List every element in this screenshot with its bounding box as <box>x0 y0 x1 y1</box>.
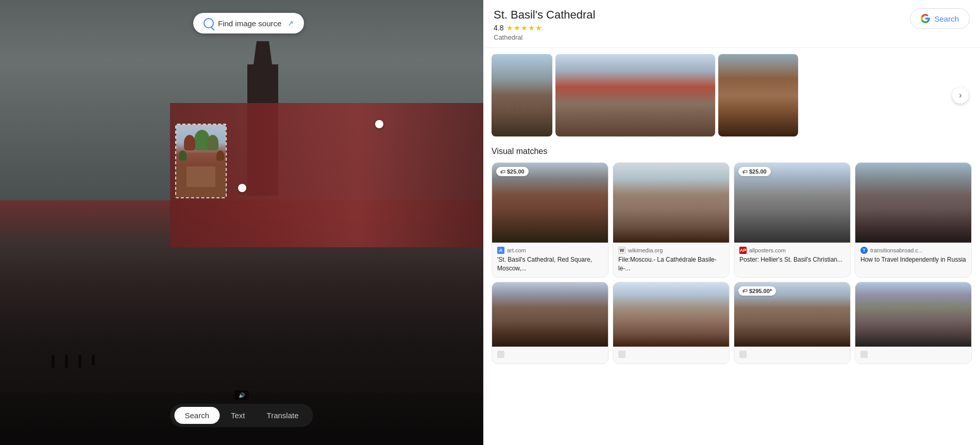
place-type: Cathedral <box>494 33 595 41</box>
street-view-image: Find image source ↗ 🔊 Search Text Transl… <box>0 0 483 445</box>
source-name-1: art.com <box>507 247 526 253</box>
place-image-strip: › <box>483 48 980 143</box>
place-info: St. Basil's Cathedral 4.8 ★★★★★ Cathedra… <box>494 8 595 41</box>
match-title-2: File:Moscou.- La Cathédrale Basile-le-..… <box>618 255 724 273</box>
source-row-6 <box>618 351 724 358</box>
match-image-4 <box>855 163 971 243</box>
rating-row: 4.8 ★★★★★ <box>494 24 595 32</box>
source-row-1: A art.com <box>497 247 603 254</box>
match-image-5 <box>492 282 608 347</box>
match-info-4: T transitionsabroad.c... How to Travel I… <box>855 243 971 268</box>
text-mode-button[interactable]: Text <box>221 407 256 424</box>
match-card-1[interactable]: 🏷 $25.00 A art.com 'St. Basil's Cathedra… <box>492 162 609 278</box>
price-tag-icon-3: 🏷 <box>742 169 748 175</box>
match-title-3: Poster: Hellier's St. Basil's Christian.… <box>739 255 845 264</box>
translate-mode-button[interactable]: Translate <box>257 407 309 424</box>
find-source-label: Find image source <box>218 19 281 28</box>
match-info-1: A art.com 'St. Basil's Cathedral, Red Sq… <box>492 243 608 277</box>
match-title-1: 'St. Basil's Cathedral, Red Square, Mosc… <box>497 255 603 273</box>
source-favicon-1: A <box>497 247 504 254</box>
price-badge-3: 🏷 $25.00 <box>738 167 771 176</box>
find-image-source-button[interactable]: Find image source ↗ <box>193 13 304 33</box>
match-info-6 <box>613 347 729 364</box>
source-favicon-7 <box>739 351 747 358</box>
visual-matches-grid-1: 🏷 $25.00 A art.com 'St. Basil's Cathedra… <box>492 162 972 278</box>
match-info-7 <box>734 347 850 364</box>
visual-matches-title: Visual matches <box>492 147 972 156</box>
dot-indicator-2 <box>238 184 246 192</box>
source-favicon-6 <box>618 351 626 358</box>
right-panel: St. Basil's Cathedral 4.8 ★★★★★ Cathedra… <box>483 0 980 445</box>
stars: ★★★★★ <box>506 24 543 32</box>
match-card-4[interactable]: T transitionsabroad.c... How to Travel I… <box>855 162 972 278</box>
source-name-4: transitionsabroad.c... <box>870 247 923 253</box>
match-card-8[interactable] <box>855 282 972 364</box>
rating-number: 4.8 <box>494 24 503 32</box>
source-name-3: allposters.com <box>749 247 786 253</box>
source-favicon-3: AP <box>739 247 747 254</box>
source-favicon-2: W <box>618 247 626 254</box>
cathedral-thumbnail <box>176 125 226 197</box>
source-row-7 <box>739 351 845 358</box>
lens-icon <box>204 18 214 28</box>
match-info-5 <box>492 347 608 364</box>
source-row-4: T transitionsabroad.c... <box>860 247 966 254</box>
source-favicon-4: T <box>860 247 868 254</box>
place-header: St. Basil's Cathedral 4.8 ★★★★★ Cathedra… <box>483 0 980 48</box>
match-info-3: AP allposters.com Poster: Hellier's St. … <box>734 243 850 268</box>
place-image-1[interactable] <box>492 54 552 136</box>
google-search-button[interactable]: Search <box>910 8 970 29</box>
match-card-7[interactable]: 🏷 $295.00* <box>734 282 851 364</box>
price-label-1: $25.00 <box>507 168 525 175</box>
external-link-icon: ↗ <box>288 19 294 27</box>
bottom-toolbar: Search Text Translate <box>170 404 313 427</box>
visual-matches-grid-2: 🏷 $295.00* <box>492 282 972 372</box>
dot-indicator-1 <box>375 120 383 128</box>
plaza-ground <box>0 290 483 393</box>
match-info-2: W wikimedia.org File:Moscou.- La Cathédr… <box>613 243 729 277</box>
match-info-8 <box>855 347 971 364</box>
price-label-3: $25.00 <box>749 168 767 175</box>
match-card-5[interactable] <box>492 282 609 364</box>
match-image-2 <box>613 163 729 243</box>
google-g-icon <box>921 14 930 23</box>
visual-matches-section: Visual matches 🏷 $25.00 A art.com <box>483 143 980 372</box>
image-strip-next-arrow[interactable]: › <box>952 87 969 104</box>
match-image-6 <box>613 282 729 347</box>
match-card-6[interactable] <box>613 282 730 364</box>
price-badge-7: 🏷 $295.00* <box>738 286 776 296</box>
match-title-4: How to Travel Independently in Russia <box>860 255 966 264</box>
match-card-3[interactable]: 🏷 $25.00 AP allposters.com Poster: Helli… <box>734 162 851 278</box>
match-image-3: 🏷 $25.00 <box>734 163 850 243</box>
bottom-street-label: 🔊 <box>234 390 249 400</box>
match-image-7: 🏷 $295.00* <box>734 282 850 347</box>
source-favicon-5 <box>497 351 504 358</box>
price-badge-1: 🏷 $25.00 <box>496 167 529 176</box>
people-silhouettes <box>52 355 95 368</box>
price-tag-icon-1: 🏷 <box>500 169 505 175</box>
source-favicon-8 <box>860 351 868 358</box>
place-name: St. Basil's Cathedral <box>494 8 595 22</box>
place-image-2[interactable] <box>555 54 715 136</box>
source-row-2: W wikimedia.org <box>618 247 724 254</box>
source-row-8 <box>860 351 966 358</box>
source-row-5 <box>497 351 603 358</box>
left-panel: Find image source ↗ 🔊 Search Text Transl… <box>0 0 483 445</box>
search-mode-button[interactable]: Search <box>174 407 219 424</box>
source-name-2: wikimedia.org <box>628 247 663 253</box>
source-row-3: AP allposters.com <box>739 247 845 254</box>
selection-region[interactable] <box>175 124 227 198</box>
price-label-7: $295.00* <box>749 288 772 294</box>
match-image-1: 🏷 $25.00 <box>492 163 608 243</box>
place-image-3[interactable] <box>718 54 798 136</box>
match-card-2[interactable]: W wikimedia.org File:Moscou.- La Cathédr… <box>613 162 730 278</box>
price-tag-icon-7: 🏷 <box>742 288 748 294</box>
match-image-8 <box>855 282 971 347</box>
search-button-label: Search <box>934 14 959 23</box>
